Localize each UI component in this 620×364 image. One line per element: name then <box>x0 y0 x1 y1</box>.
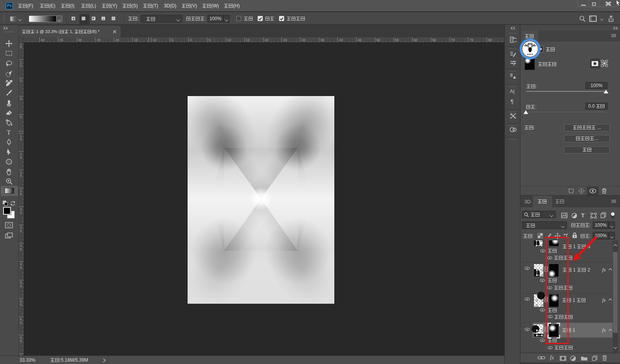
svg-text:T: T <box>7 129 11 136</box>
